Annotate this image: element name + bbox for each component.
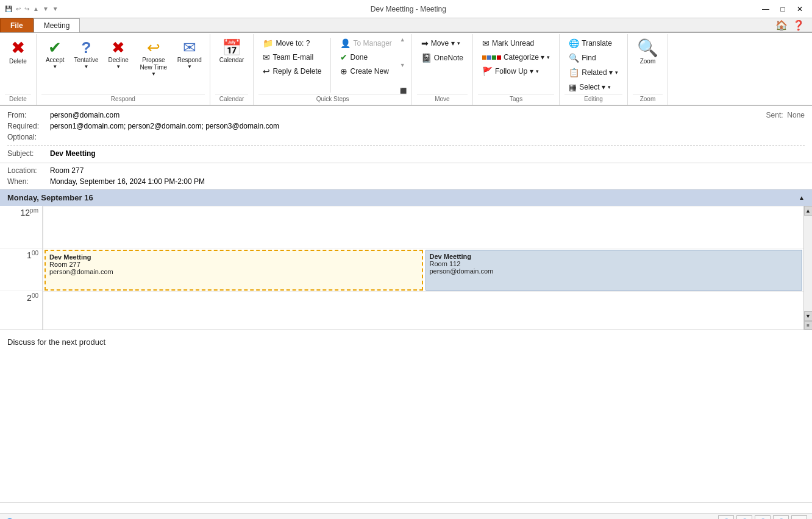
tentative-dropdown-arrow[interactable]: ▼ <box>84 64 89 69</box>
maximize-button[interactable]: □ <box>775 2 790 16</box>
tentative-button[interactable]: ? Tentative ▼ <box>71 37 101 72</box>
related-button[interactable]: 📋 Related ▾ ▾ <box>564 66 622 79</box>
event2-room: Room 112 <box>430 260 799 267</box>
move-dropdown-arrow[interactable]: ▾ <box>457 40 460 46</box>
qs-scroll-up[interactable]: ▲ <box>400 37 407 43</box>
status-person-btn-3[interactable]: 👤 <box>755 515 771 520</box>
categorize-arrow[interactable]: ▾ <box>547 54 550 60</box>
when-row: When: Monday, September 16, 2024 1:00 PM… <box>7 176 805 187</box>
time-column: 12pm 100 200 <box>0 206 43 330</box>
propose-new-time-button[interactable]: ↩ Propose New Time ▼ <box>135 37 172 80</box>
notes-section: Discuss for the next product <box>0 330 812 502</box>
subject-divider <box>7 145 805 146</box>
mark-unread-button[interactable]: ✉ Mark Unread <box>478 37 538 50</box>
respond-icon: ✉ <box>183 40 196 55</box>
quicksteps-separator <box>330 38 331 93</box>
cal-scroll-down[interactable]: ▼ <box>804 311 813 321</box>
minimize-button[interactable]: — <box>758 2 773 16</box>
status-bar: i See more about: person@domain.com. 👤 👤… <box>0 513 812 519</box>
event1-room: Room 277 <box>49 261 418 268</box>
close-button[interactable]: ✕ <box>792 2 807 16</box>
tab-meeting[interactable]: Meeting <box>34 18 80 32</box>
ribbon-group-calendar: 📅 Calendar Calendar <box>210 34 254 105</box>
follow-up-icon: 🚩 <box>482 66 493 76</box>
done-button[interactable]: ✔ Done <box>336 51 396 64</box>
title-bar: 💾 ↩ ↪ ▲ ▼ ▼ Dev Meetting - Meeting — □ ✕ <box>0 0 812 18</box>
customize-icon[interactable]: ▼ <box>52 5 59 12</box>
status-person-btn-4[interactable]: 👤 <box>773 515 789 520</box>
decline-dropdown-arrow[interactable]: ▼ <box>116 64 121 69</box>
follow-up-button[interactable]: 🚩 Follow Up ▾ ▾ <box>478 65 543 78</box>
accept-dropdown-arrow[interactable]: ▼ <box>52 64 57 69</box>
qs-expand[interactable]: ⬛ <box>400 88 407 94</box>
undo-icon[interactable]: ↩ <box>16 5 21 12</box>
down-icon[interactable]: ▼ <box>43 5 49 12</box>
done-icon: ✔ <box>340 52 347 62</box>
redo-icon[interactable]: ↪ <box>24 5 29 12</box>
onenote-button[interactable]: 📓 OneNote <box>417 51 468 65</box>
tab-bar: File Meeting 🏠 ❓ <box>0 18 812 33</box>
zoom-icon: 🔍 <box>637 40 658 57</box>
move-to-icon: 📁 <box>263 38 273 48</box>
cal-header-scroll-up[interactable]: ▲ <box>799 194 805 201</box>
optional-row: Optional: <box>7 132 805 143</box>
create-new-button[interactable]: ⊕ Create New <box>336 65 396 78</box>
ribbon-group-editing: 🌐 Translate 🔍 Find 📋 Related ▾ ▾ ▦ Selec… <box>560 34 628 105</box>
respond-button[interactable]: ✉ Respond ▼ <box>174 37 205 72</box>
to-manager-button[interactable]: 👤 To Manager <box>336 37 396 50</box>
event1-title: Dev Meetting <box>49 253 418 261</box>
status-scroll-up[interactable]: ▲ <box>791 515 807 520</box>
tab-file[interactable]: File <box>0 18 34 32</box>
move-button[interactable]: ➡ Move ▾ ▾ <box>417 37 465 50</box>
related-arrow[interactable]: ▾ <box>615 69 618 76</box>
time-slot-1pm: 100 <box>0 249 42 291</box>
decline-button[interactable]: ✖ Decline ▼ <box>104 37 132 72</box>
status-buttons: 👤 👤 👤 👤 ▲ <box>718 515 807 520</box>
quicksteps-scrollbar: ▲ ▼ ⬛ <box>399 37 407 94</box>
find-button[interactable]: 🔍 Find <box>564 51 600 65</box>
required-row: Required: person1@domain.com; person2@do… <box>7 121 805 132</box>
translate-button[interactable]: 🌐 Translate <box>564 37 616 50</box>
ribbon-group-quicksteps: 📁 Move to: ? ✉ Team E-mail ↩ Reply & Del… <box>254 34 411 105</box>
help-icon[interactable]: 🏠 <box>775 19 788 31</box>
status-person-btn-2[interactable]: 👤 <box>736 515 752 520</box>
related-icon: 📋 <box>569 68 579 77</box>
up-icon[interactable]: ▲ <box>33 5 39 12</box>
calendar-scrollbar: ▲ ▼ ≡ <box>803 206 812 330</box>
zoom-button[interactable]: 🔍 Zoom <box>633 37 663 68</box>
event-block-1[interactable]: Dev Meetting Room 277 person@domain.com <box>45 250 423 291</box>
respond-dropdown-arrow[interactable]: ▼ <box>187 64 192 69</box>
status-person-btn-1[interactable]: 👤 <box>718 515 734 520</box>
quick-save-icon[interactable]: 💾 <box>5 5 12 12</box>
delete-button[interactable]: ✖ Delete <box>5 37 31 68</box>
move-to-button[interactable]: 📁 Move to: ? <box>258 37 326 50</box>
accept-button[interactable]: ✔ Accept ▼ <box>41 37 69 72</box>
subject-row: Subject: Dev Meetting <box>7 148 805 159</box>
delete-icon: ✖ <box>11 40 25 57</box>
ribbon-group-respond: ✔ Accept ▼ ? Tentative ▼ ✖ Decline ▼ ↩ P… <box>37 34 210 105</box>
select-button[interactable]: ▦ Select ▾ ▾ <box>564 80 615 94</box>
calendar-button[interactable]: 📅 Calendar <box>215 37 249 67</box>
cal-scroll-line[interactable]: ≡ <box>804 321 813 330</box>
ribbon: ✖ Delete Delete ✔ Accept ▼ ? Tentative ▼… <box>0 33 812 106</box>
reply-delete-button[interactable]: ↩ Reply & Delete <box>258 65 326 78</box>
qs-scroll-down[interactable]: ▼ <box>400 62 407 68</box>
question-icon[interactable]: ❓ <box>792 19 805 31</box>
empty-row-12pm <box>43 207 803 249</box>
mark-unread-icon: ✉ <box>482 38 490 48</box>
team-email-button[interactable]: ✉ Team E-mail <box>258 51 326 64</box>
categorize-icon <box>482 55 501 60</box>
cal-scroll-up[interactable]: ▲ <box>804 206 813 216</box>
event1-person: person@domain.com <box>49 268 418 275</box>
follow-up-arrow[interactable]: ▾ <box>536 68 539 74</box>
time-slot-2pm: 200 <box>0 291 42 330</box>
event-block-2[interactable]: Dev Meetting Room 112 person@domain.com <box>426 250 803 291</box>
to-manager-icon: 👤 <box>340 38 351 48</box>
propose-dropdown-arrow[interactable]: ▼ <box>151 71 156 77</box>
quicksteps-col2: 👤 To Manager ✔ Done ⊕ Create New <box>336 37 396 94</box>
select-arrow[interactable]: ▾ <box>608 84 611 90</box>
time-slot-12pm: 12pm <box>0 206 42 249</box>
ribbon-group-move: ➡ Move ▾ ▾ 📓 OneNote Move <box>412 34 473 105</box>
categorize-button[interactable]: Categorize ▾ ▾ <box>478 51 554 63</box>
calendar-header: Monday, September 16 ▲ <box>0 189 812 206</box>
